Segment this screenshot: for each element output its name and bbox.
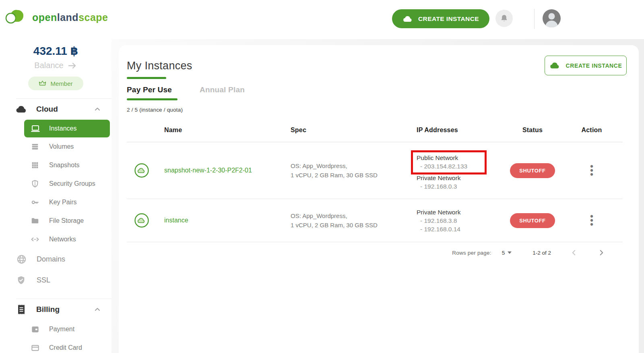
row-actions-menu[interactable]: •••	[590, 214, 593, 226]
network-brackets-icon	[31, 235, 40, 244]
ip-addresses-cell: Private Network - 192.168.3.8 - 192.168.…	[417, 208, 504, 234]
private-network-group: Private Network - 192.168.0.3	[417, 173, 504, 191]
instance-spec: OS: App_Wordpress, 1 vCPU, 2 GB Ram, 30 …	[291, 161, 417, 180]
laptop-icon	[31, 124, 40, 133]
header-spec: Spec	[291, 127, 417, 134]
sidebar-item-domains[interactable]: Domains	[0, 249, 111, 270]
sidebar-section-billing[interactable]: Billing	[0, 299, 111, 320]
key-icon	[31, 198, 40, 207]
plan-tabs: Pay Per Use Annual Plan	[127, 85, 623, 100]
balance-link[interactable]: Balance	[0, 61, 111, 70]
public-network-highlight-box: Public Network - 203.154.82.133	[411, 150, 487, 174]
page: My Instances CREATE INSTANCE Pay Per Use…	[0, 0, 644, 353]
receipt-icon	[15, 304, 27, 315]
instance-cloud-icon	[134, 163, 164, 178]
instance-name-link[interactable]: snapshot-new-1-2-30-P2F2-01	[164, 167, 252, 174]
sidebar-item-instances[interactable]: Instances	[24, 120, 110, 137]
header-action: Action	[582, 127, 602, 134]
sidebar: openlandscape 432.11 ฿ Balance Member Cl…	[0, 0, 111, 353]
sidebar-item-security-groups[interactable]: Security Groups	[0, 174, 111, 193]
shield-icon	[31, 179, 40, 188]
header-ip: IP Addresses	[417, 127, 504, 134]
balance-amount: 432.11 ฿	[0, 44, 111, 58]
sidebar-item-ssl[interactable]: SSL	[0, 270, 111, 291]
ip-address: - 192.168.0.3	[417, 182, 504, 191]
sidebar-item-file-storage[interactable]: File Storage	[0, 212, 111, 230]
row-actions-menu[interactable]: •••	[590, 164, 593, 176]
sidebar-item-key-pairs[interactable]: Key Pairs	[0, 193, 111, 212]
ip-addresses-cell: Public Network - 203.154.82.133 Private …	[417, 150, 504, 191]
rows-per-page-select[interactable]: 5	[502, 250, 512, 256]
caret-down-icon	[508, 251, 512, 254]
network-label: Private Network	[417, 208, 504, 216]
chevron-up-icon	[93, 105, 102, 114]
previous-page-button[interactable]	[570, 248, 578, 257]
sidebar-item-snapshots[interactable]: Snapshots	[0, 156, 111, 174]
create-instance-button[interactable]: CREATE INSTANCE	[392, 9, 489, 28]
cloud-icon	[549, 60, 560, 71]
topbar-divider	[534, 9, 535, 29]
sidebar-item-volumes[interactable]: Volumes	[0, 137, 111, 156]
pagination-range: 1-2 of 2	[533, 250, 551, 256]
user-avatar[interactable]	[543, 9, 561, 27]
openlandscape-logo[interactable]: openlandscape	[4, 6, 111, 28]
arrow-right-icon	[68, 62, 77, 70]
table-row: instance OS: App_Wordpress, 1 vCPU, 2 GB…	[127, 199, 623, 242]
sidebar-item-networks[interactable]: Networks	[0, 230, 111, 249]
tab-annual-plan[interactable]: Annual Plan	[200, 85, 245, 100]
table-header-row: Name Spec IP Addresses Status Action	[127, 118, 623, 142]
active-tab-underline	[127, 98, 178, 100]
private-network-group: Private Network - 192.168.3.8 - 192.168.…	[417, 208, 504, 234]
instances-card: My Instances CREATE INSTANCE Pay Per Use…	[119, 45, 639, 353]
folder-icon	[31, 216, 40, 225]
chevron-up-icon	[93, 305, 102, 314]
rows-per-page-label: Rows per page:	[452, 250, 491, 256]
sidebar-section-cloud[interactable]: Cloud	[0, 99, 111, 120]
table-row: snapshot-new-1-2-30-P2F2-01 OS: App_Word…	[127, 142, 623, 199]
volumes-icon	[31, 142, 40, 151]
logo-text: openlandscape	[32, 12, 108, 23]
content-background: My Instances CREATE INSTANCE Pay Per Use…	[111, 39, 644, 353]
tab-pay-per-use[interactable]: Pay Per Use	[127, 85, 178, 100]
person-icon	[543, 9, 561, 27]
notifications-button[interactable]	[495, 10, 513, 27]
header-status: Status	[522, 127, 543, 134]
grid-icon	[31, 161, 40, 170]
create-instance-label: CREATE INSTANCE	[418, 15, 479, 23]
globe-icon	[16, 254, 27, 265]
crown-icon	[39, 80, 46, 87]
ip-address: - 192.168.0.14	[417, 225, 504, 233]
cloud-icon	[402, 14, 413, 24]
balance-block: 432.11 ฿ Balance Member	[0, 44, 111, 90]
instance-quota-text: 2 / 5 (instance / quota)	[127, 107, 623, 113]
ip-address: - 203.154.82.133	[417, 162, 485, 170]
shield-check-icon	[16, 275, 27, 285]
logo-cloud-icon	[4, 8, 30, 27]
title-underline	[127, 77, 166, 79]
instance-spec: OS: App_Wordpress, 1 vCPU, 2 GB Ram, 30 …	[291, 211, 417, 230]
sidebar-item-payment[interactable]: Payment	[0, 320, 111, 338]
member-badge[interactable]: Member	[28, 77, 83, 90]
pagination-bar: Rows per page: 5 1-2 of 2	[127, 242, 623, 263]
ip-address: - 192.168.3.8	[417, 216, 504, 225]
instance-cloud-icon	[134, 213, 164, 228]
network-label: Public Network	[417, 154, 485, 162]
credit-card-icon	[31, 343, 40, 353]
instance-name-link[interactable]: instance	[164, 217, 188, 224]
create-instance-button-secondary[interactable]: CREATE INSTANCE	[545, 56, 627, 75]
payment-card-icon	[31, 325, 40, 334]
create-instance-label: CREATE INSTANCE	[566, 62, 622, 69]
instances-table: Name Spec IP Addresses Status Action sna…	[127, 118, 623, 242]
status-badge-shutoff[interactable]: SHUTOFF	[510, 213, 555, 228]
sidebar-item-credit-card[interactable]: Credit Card	[0, 338, 111, 353]
bell-icon	[500, 14, 509, 23]
header-name: Name	[164, 127, 291, 134]
network-label: Private Network	[417, 174, 504, 182]
next-page-button[interactable]	[597, 248, 606, 257]
status-badge-shutoff[interactable]: SHUTOFF	[510, 163, 555, 178]
cloud-icon	[15, 103, 27, 115]
